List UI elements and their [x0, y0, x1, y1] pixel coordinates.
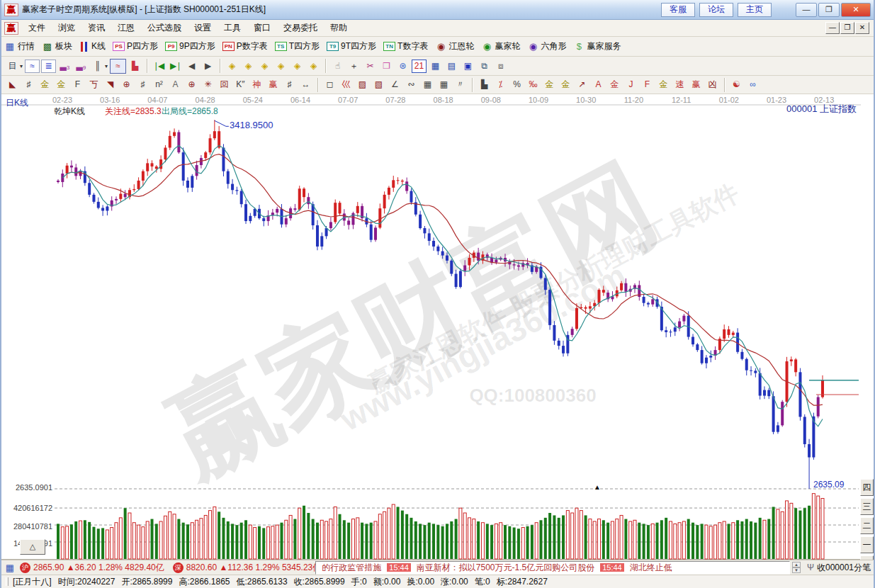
tool-mini-chart-3[interactable]: ▃₃	[57, 60, 72, 73]
tool-diamond-up-down[interactable]: ◈	[241, 60, 256, 73]
tool-draw-steps[interactable]: ▙	[477, 78, 492, 91]
tool-crosshair-tool[interactable]: ＋	[346, 60, 361, 73]
tool-draw-grid3[interactable]: ▦	[420, 78, 435, 91]
menu-item-公式选股[interactable]: 公式选股	[141, 21, 188, 35]
tool-kline-style[interactable]: 目	[5, 60, 20, 73]
minimize-button[interactable]: —	[796, 3, 817, 17]
pane-layout-button-4[interactable]: 一	[860, 536, 874, 553]
spinner-up-icon[interactable]: ▲	[792, 562, 801, 567]
menu-item-资讯[interactable]: 资讯	[81, 21, 111, 35]
tool-draw-box-web[interactable]: 回	[217, 78, 232, 91]
tool-draw-fan[interactable]: 巛	[339, 78, 354, 91]
tool-draw-web[interactable]: ✳	[201, 78, 215, 91]
tool-draw-hash[interactable]: ♯	[135, 78, 150, 91]
tool-draw-x-cross[interactable]: 凶	[705, 78, 720, 91]
tool-yin-yang[interactable]: ☯	[729, 78, 744, 91]
tool-draw-pen[interactable]: ◣	[5, 78, 20, 91]
tool-draw-pct-line[interactable]: ‰	[526, 78, 541, 91]
menu-item-江恩[interactable]: 江恩	[111, 21, 141, 35]
menu-item-设置[interactable]: 设置	[188, 21, 218, 35]
tool-diamond-v-expand[interactable]: ◈	[273, 60, 288, 73]
tool-nav-next[interactable]: ▶	[201, 60, 215, 73]
tool-draw-speed-line[interactable]: 速	[672, 78, 687, 91]
tool-draw-gold-oval[interactable]: 金	[542, 78, 557, 91]
toolbar-button-t-table[interactable]: TNT数字表	[383, 40, 428, 52]
tool-draw-clock[interactable]: ⊕	[119, 78, 134, 91]
tool-window-wave[interactable]: ≈	[25, 60, 40, 73]
tool-draw-shen[interactable]: 神	[249, 78, 264, 91]
toolbar-button-9p-square[interactable]: P99P四方形	[165, 40, 215, 52]
dropdown-arrow-icon[interactable]: ▾	[20, 63, 23, 69]
mdi-restore-button[interactable]: ❐	[840, 22, 854, 34]
feed-label[interactable]: 收000001分笔	[817, 562, 871, 574]
tool-draw-ying[interactable]: 赢	[266, 78, 281, 91]
menu-item-帮助[interactable]: 帮助	[324, 21, 354, 35]
tool-wave-select[interactable]: ≈	[110, 59, 126, 74]
tool-clipboard-tool[interactable]: ❒	[379, 60, 394, 73]
quote-grid-icon[interactable]: ▦	[4, 562, 16, 573]
tool-draw-ying-line[interactable]: 赢	[689, 78, 704, 91]
tool-diamond-expand-all[interactable]: ◈	[306, 60, 321, 73]
tool-diamond-compress[interactable]: ◈	[290, 60, 305, 73]
tool-nav-prev[interactable]: ◀	[184, 60, 199, 73]
toolbar-button-p-table[interactable]: PNP数字表	[222, 40, 268, 52]
toolbar-button-sectors[interactable]: ▩板块	[42, 40, 72, 52]
news-ticker[interactable]: 的行政监管措施15:44南亚新材：拟以7500万元-1.5亿元回购公司股份15:…	[315, 561, 790, 575]
tool-draw-gold-grid[interactable]: 金	[38, 78, 52, 91]
tool-draw-grid-lines[interactable]: ♯	[21, 78, 36, 91]
news-headline[interactable]: 南亚新材：拟以7500万元-1.5亿元回购公司股份	[417, 562, 594, 574]
dropdown-arrow-icon[interactable]: ▾	[105, 63, 108, 69]
news-time-badge[interactable]: 15:44	[600, 563, 624, 572]
titlebar-button-客服[interactable]: 客服	[661, 3, 695, 17]
tool-draw-gold-angle[interactable]: 金	[656, 78, 671, 91]
tool-report-tool[interactable]: ▤	[444, 60, 459, 73]
menu-item-工具[interactable]: 工具	[218, 21, 247, 35]
tool-draw-angle-line[interactable]: ∠	[388, 78, 402, 91]
tool-draw-gold[interactable]: 金	[54, 78, 69, 91]
tool-draw-pct[interactable]: %	[509, 78, 524, 91]
menu-item-交易委托[interactable]: 交易委托	[277, 21, 324, 35]
tool-draw-k-mark[interactable]: K″	[233, 78, 248, 91]
maximize-button[interactable]: ❐	[818, 3, 840, 17]
tool-snip-tool[interactable]: ✂	[363, 60, 378, 73]
tool-diamond-left-right[interactable]: ◈	[225, 60, 239, 73]
news-time-badge[interactable]: 15:44	[387, 563, 411, 572]
news-headline[interactable]: 的行政监管措施	[322, 562, 381, 574]
tool-draw-target[interactable]: ⊕	[184, 78, 199, 91]
ticker-spinner[interactable]: ▲ ▼	[792, 562, 801, 573]
titlebar-button-论坛[interactable]: 论坛	[699, 3, 733, 17]
toolbar-button-gann-wheel[interactable]: ◉江恩轮	[435, 40, 474, 52]
tool-draw-f-line[interactable]: F	[640, 78, 655, 91]
tool-infinity[interactable]: ∞	[745, 78, 760, 91]
toolbar-button-quotes[interactable]: ▦行情	[4, 40, 35, 52]
news-headline[interactable]: 湖北终止低	[630, 562, 672, 574]
tool-calendar-tool[interactable]: 21	[412, 60, 427, 73]
tool-draw-f-grid[interactable]: F	[70, 78, 85, 91]
menu-item-文件[interactable]: 文件	[22, 21, 52, 35]
tool-draw-gold-slash[interactable]: 金	[607, 78, 622, 91]
tool-info-doc[interactable]: ≣	[41, 60, 56, 73]
tool-draw-grid4[interactable]: ▦	[436, 78, 451, 91]
tool-draw-arc[interactable]: 丂	[86, 78, 101, 91]
tool-nav-first[interactable]: ∣◀	[152, 60, 166, 73]
tool-nav-last[interactable]: ▶∣	[168, 60, 183, 73]
tool-print-tool[interactable]: ⧈	[493, 60, 508, 73]
titlebar-button-主页[interactable]: 主页	[738, 3, 772, 17]
toolbar-button-winner-service[interactable]: $赢家服务	[573, 40, 621, 52]
tool-draw-span[interactable]: ↔	[298, 78, 313, 91]
tool-draw-mirror[interactable]: A	[168, 78, 183, 91]
tool-calculator-tool[interactable]: ▦	[428, 60, 443, 73]
toolbar-button-p-square[interactable]: PSP四方形	[113, 40, 158, 52]
menu-item-浏览[interactable]: 浏览	[52, 21, 81, 35]
toolbar-button-winner-wheel[interactable]: ◉赢家轮	[481, 40, 520, 52]
tool-color-histogram[interactable]: ▙	[128, 60, 142, 73]
pane-layout-button-3[interactable]: 二	[860, 517, 874, 534]
toolbar-button-t-square[interactable]: TST四方形	[275, 40, 320, 52]
spinner-down-icon[interactable]: ▼	[792, 567, 801, 573]
mdi-minimize-button[interactable]: —	[825, 22, 840, 34]
pane-layout-button-2[interactable]: 三	[860, 498, 874, 515]
tool-export-tool[interactable]: ⧉	[477, 60, 492, 73]
tool-draw-hatch1[interactable]: ▨	[355, 78, 370, 91]
tool-draw-brush[interactable]: ↗	[575, 78, 589, 91]
kline-plot[interactable]	[1, 94, 875, 560]
